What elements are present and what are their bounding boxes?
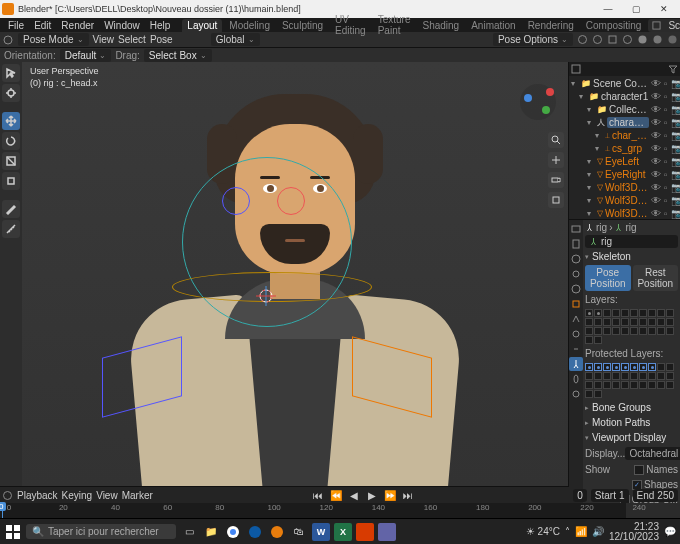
armature-name-field[interactable]: rig	[585, 235, 678, 248]
clock[interactable]: 21:23 12/10/2023	[609, 522, 659, 542]
outliner-item[interactable]: ▾▽EyeRight👁▫📷	[569, 168, 680, 181]
weather-widget[interactable]: ☀ 24°C	[526, 526, 560, 537]
prop-tab-render[interactable]	[569, 222, 583, 236]
outliner-item[interactable]: ▾人character1_r👁▫📷	[569, 116, 680, 129]
play-rev-icon[interactable]: ◀	[347, 488, 361, 502]
tool-rotate[interactable]	[2, 132, 20, 150]
timeline-type-icon[interactable]	[2, 490, 13, 501]
tool-select[interactable]	[2, 64, 20, 82]
explorer-icon[interactable]: 📁	[202, 523, 220, 541]
blender-taskbar-icon[interactable]	[268, 523, 286, 541]
tab-modeling[interactable]: Modeling	[224, 19, 275, 32]
chk-names[interactable]	[634, 465, 644, 475]
menu-help[interactable]: Help	[146, 20, 175, 31]
app-icon-1[interactable]	[356, 523, 374, 541]
word-icon[interactable]: W	[312, 523, 330, 541]
wifi-icon[interactable]: 📶	[575, 526, 587, 537]
drag-dropdown[interactable]: Select Box	[144, 49, 212, 62]
xray-icon[interactable]	[607, 34, 618, 45]
tab-sculpting[interactable]: Sculpting	[277, 19, 328, 32]
tab-compositing[interactable]: Compositing	[581, 19, 647, 32]
outliner-item[interactable]: ▾⟂char_grp👁▫📷	[569, 129, 680, 142]
shading-wire-icon[interactable]	[622, 34, 633, 45]
filter-icon[interactable]	[668, 64, 678, 74]
3d-viewport[interactable]: User Perspective (0) rig : c_head.x	[22, 62, 568, 486]
camera-button[interactable]	[548, 172, 564, 188]
rest-position-button[interactable]: Rest Position	[633, 265, 679, 291]
persp-button[interactable]	[548, 192, 564, 208]
navigation-gizmo[interactable]	[516, 80, 560, 124]
task-view-icon[interactable]: ▭	[180, 523, 198, 541]
menu-edit[interactable]: Edit	[30, 20, 55, 31]
tool-measure[interactable]	[2, 220, 20, 238]
chrome-icon[interactable]	[224, 523, 242, 541]
panel-bonegroups[interactable]: Bone Groups	[585, 401, 678, 414]
tool-scale[interactable]	[2, 152, 20, 170]
outliner-item[interactable]: ▾▽Wolf3D_Hea👁▫📷	[569, 207, 680, 219]
end-frame[interactable]: End250	[633, 489, 678, 502]
prop-tab-boneconstr[interactable]	[569, 387, 583, 401]
menu-pose[interactable]: Pose	[150, 34, 173, 45]
outliner-item[interactable]: ▾▽Wolf3D_Hea👁▫📷	[569, 181, 680, 194]
menu-window[interactable]: Window	[100, 20, 144, 31]
tab-texpaint[interactable]: Texture Paint	[373, 13, 416, 37]
current-frame[interactable]: 0	[573, 489, 587, 502]
close-button[interactable]: ✕	[650, 0, 678, 18]
timeline-view[interactable]: View	[96, 490, 118, 501]
menu-file[interactable]: File	[4, 20, 28, 31]
tab-uv[interactable]: UV Editing	[330, 13, 371, 37]
prop-tab-viewlayer[interactable]	[569, 252, 583, 266]
tool-cursor[interactable]	[2, 84, 20, 102]
orientation-dropdown[interactable]: Default	[60, 49, 112, 62]
tab-animation[interactable]: Animation	[466, 19, 520, 32]
app-icon-2[interactable]	[378, 523, 396, 541]
edge-icon[interactable]	[246, 523, 264, 541]
play-icon[interactable]: ▶	[365, 488, 379, 502]
editor-type-icon[interactable]	[2, 34, 14, 46]
scene-selector[interactable]: Scene	[648, 19, 680, 32]
shading-solid-icon[interactable]	[637, 34, 648, 45]
outliner-item[interactable]: ▾▽Wolf3D_Hea👁▫📷	[569, 194, 680, 207]
tab-layout[interactable]: Layout	[182, 19, 222, 32]
timeline-keying[interactable]: Keying	[62, 490, 93, 501]
prop-tab-armature[interactable]	[569, 357, 583, 371]
prev-key-icon[interactable]: ⏪	[329, 488, 343, 502]
panel-skeleton[interactable]: Skeleton	[585, 250, 678, 263]
prop-tab-modifier[interactable]	[569, 312, 583, 326]
prop-tab-physics[interactable]	[569, 327, 583, 341]
system-tray[interactable]: ☀ 24°C ˄ 📶 🔊 21:23 12/10/2023 💬	[526, 522, 676, 542]
transform-orientation[interactable]: Global	[211, 33, 260, 46]
start-frame[interactable]: Start1	[591, 489, 629, 502]
panel-vpdisplay[interactable]: Viewport Display	[585, 431, 678, 444]
outliner-item[interactable]: ▾⟂cs_grp👁▫📷	[569, 142, 680, 155]
tray-chevron-icon[interactable]: ˄	[565, 526, 570, 537]
pose-options[interactable]: Pose Options	[493, 33, 573, 46]
protected-layers[interactable]	[585, 362, 678, 399]
outliner-search[interactable]	[583, 68, 666, 70]
pan-button[interactable]	[548, 152, 564, 168]
prop-tab-output[interactable]	[569, 237, 583, 251]
volume-icon[interactable]: 🔊	[592, 526, 604, 537]
tool-annotate[interactable]	[2, 200, 20, 218]
shading-matprev-icon[interactable]	[652, 34, 663, 45]
next-key-icon[interactable]: ⏩	[383, 488, 397, 502]
menu-view[interactable]: View	[93, 34, 115, 45]
zoom-button[interactable]	[548, 132, 564, 148]
outliner-item[interactable]: ▾📁Scene Collection👁▫📷	[569, 77, 680, 90]
pose-position-button[interactable]: Pose Position	[585, 265, 631, 291]
overlay-toggle-icon[interactable]	[592, 34, 603, 45]
outliner-type-icon[interactable]	[571, 64, 581, 74]
notifications-icon[interactable]: 💬	[664, 526, 676, 537]
timeline-marker[interactable]: Marker	[122, 490, 153, 501]
display-as-dropdown[interactable]: Octahedral	[625, 447, 680, 460]
timeline-playback[interactable]: Playback	[17, 490, 58, 501]
outliner-item[interactable]: ▾📁character1👁▫📷	[569, 90, 680, 103]
start-button[interactable]	[4, 523, 22, 541]
prop-tab-constraint[interactable]	[569, 342, 583, 356]
tab-shading[interactable]: Shading	[417, 19, 464, 32]
tool-move[interactable]	[2, 112, 20, 130]
shading-render-icon[interactable]	[667, 34, 678, 45]
taskbar-search[interactable]: 🔍Taper ici pour rechercher	[26, 524, 176, 539]
rig-eye-l[interactable]	[222, 187, 250, 215]
menu-select[interactable]: Select	[118, 34, 146, 45]
